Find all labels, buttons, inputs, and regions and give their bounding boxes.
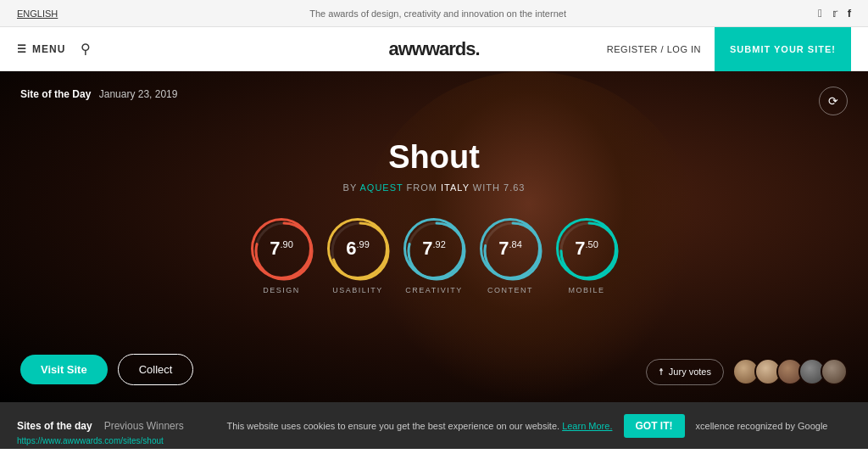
- bottom-bar: Sites of the day Previous Winners https:…: [0, 402, 868, 449]
- subtitle-score: 7.63: [504, 182, 525, 193]
- share-button[interactable]: ⟳: [819, 87, 848, 115]
- register-login-button[interactable]: REGISTER / LOG IN: [607, 44, 701, 54]
- score-item-mobile: 7.50MOBILE: [556, 218, 617, 294]
- score-label-mobile: MOBILE: [568, 286, 604, 294]
- menu-toggle[interactable]: ☰ MENU: [17, 43, 65, 55]
- previous-winners-link[interactable]: Previous Winners: [104, 420, 184, 432]
- social-icons:  𝕣 f: [818, 7, 851, 20]
- instagram-icon[interactable]: : [818, 7, 822, 20]
- jury-wreath-icon: ☨: [659, 367, 664, 378]
- jury-avatar-5: [821, 358, 848, 385]
- top-bar: ENGLISH The awards of design, creativity…: [0, 0, 868, 27]
- site-of-day-label: Site of the Day: [20, 88, 91, 100]
- language-selector[interactable]: ENGLISH: [17, 8, 58, 19]
- score-label-content: CONTENT: [487, 286, 533, 294]
- hero-section: Site of the Day January 23, 2019 ⟳ Shout…: [0, 71, 868, 402]
- tagline: The awards of design, creativity and inn…: [309, 8, 566, 19]
- collect-button[interactable]: Collect: [118, 354, 194, 385]
- cookie-notice: This website uses cookies to ensure you …: [203, 414, 851, 438]
- hero-content: Shout BY AQUEST FROM ITALY WITH 7.63 7.9…: [222, 139, 646, 320]
- subtitle-by: BY: [343, 182, 360, 193]
- twitter-icon[interactable]: 𝕣: [832, 7, 837, 20]
- nav-right: REGISTER / LOG IN SUBMIT YOUR SITE!: [607, 27, 851, 71]
- jury-votes-button[interactable]: ☨ Jury votes: [646, 359, 724, 385]
- menu-label: MENU: [32, 43, 65, 55]
- subtitle-italy: ITALY: [441, 182, 470, 193]
- subtitle-aquest: AQUEST: [359, 182, 403, 193]
- facebook-icon[interactable]: f: [848, 7, 851, 20]
- scores-container: 7.90DESIGN6.99USABILITY7.92CREATIVITY7.8…: [222, 218, 646, 294]
- subtitle-with: WITH: [473, 182, 504, 193]
- nav-left: ☰ MENU ⚲: [17, 41, 91, 57]
- subtitle-from: FROM: [407, 182, 441, 193]
- site-of-day-date: January 23, 2019: [99, 88, 178, 100]
- site-title: Shout: [222, 139, 646, 176]
- site-of-day-badge: Site of the Day January 23, 2019: [20, 88, 177, 100]
- score-label-usability: USABILITY: [332, 286, 383, 294]
- score-circle-design: 7.90: [251, 218, 312, 279]
- hero-actions: Visit Site Collect: [20, 354, 193, 385]
- jury-avatars: [732, 358, 848, 385]
- excellence-text: xcellence recognized by Google: [696, 421, 828, 431]
- learn-more-link[interactable]: Learn More.: [562, 421, 612, 431]
- visit-site-button[interactable]: Visit Site: [20, 355, 108, 384]
- site-logo[interactable]: awwwards.: [388, 38, 479, 60]
- navbar: ☰ MENU ⚲ awwwards. REGISTER / LOG IN SUB…: [0, 27, 868, 71]
- hamburger-icon: ☰: [17, 43, 27, 55]
- score-circle-mobile: 7.50: [556, 218, 617, 279]
- site-url: https://www.awwwards.com/sites/shout: [17, 436, 164, 445]
- score-item-content: 7.84CONTENT: [480, 218, 541, 294]
- score-circle-creativity: 7.92: [403, 218, 465, 279]
- score-circle-usability: 6.99: [327, 218, 388, 279]
- search-icon[interactable]: ⚲: [81, 41, 91, 57]
- score-label-creativity: CREATIVITY: [405, 286, 462, 294]
- score-item-usability: 6.99USABILITY: [327, 218, 388, 294]
- share-icon: ⟳: [828, 94, 838, 108]
- score-item-design: 7.90DESIGN: [251, 218, 312, 294]
- cookie-text: This website uses cookies to ensure you …: [227, 421, 560, 431]
- site-subtitle: BY AQUEST FROM ITALY WITH 7.63: [222, 182, 646, 193]
- score-item-creativity: 7.92CREATIVITY: [403, 218, 465, 294]
- bottom-left: Sites of the day Previous Winners: [17, 420, 203, 432]
- jury-votes-label: Jury votes: [669, 367, 711, 377]
- jury-section: ☨ Jury votes: [646, 358, 848, 385]
- got-it-button[interactable]: GOT IT!: [624, 414, 685, 438]
- score-circle-content: 7.84: [480, 218, 541, 279]
- score-label-design: DESIGN: [263, 286, 300, 294]
- sites-of-day-label: Sites of the day: [17, 420, 92, 432]
- submit-site-button[interactable]: SUBMIT YOUR SITE!: [715, 27, 851, 71]
